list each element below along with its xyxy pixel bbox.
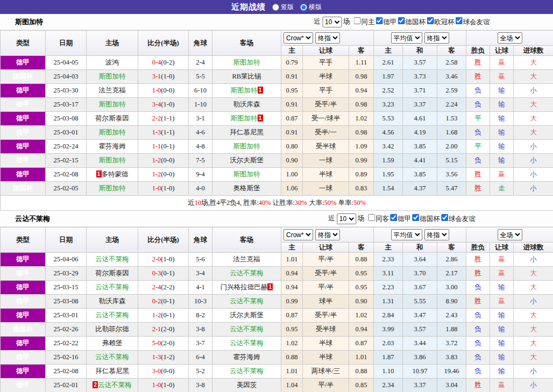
away-team-cell: 云达不莱梅 (212, 295, 281, 309)
team-label: 霍芬海姆 (99, 142, 126, 150)
avg-draw-odds: 3.64 (403, 253, 437, 267)
date-cell: 25-02-15 (46, 154, 87, 168)
league-filter-2[interactable]: 球会友谊 (440, 214, 476, 224)
bookmaker-select[interactable]: Crow* (283, 32, 313, 44)
average-select[interactable]: 平均值 (391, 229, 422, 240)
corners-cell: 10-3 (189, 295, 212, 309)
halftime-score: (1-0) (161, 73, 174, 80)
avg-home-odds: 2.33 (374, 253, 403, 267)
bookmaker-select[interactable]: Crow* (283, 229, 313, 240)
result-goals: 大 (514, 112, 553, 126)
same-venue-option[interactable]: 同客 (364, 214, 389, 224)
handicap-line: 一球 (303, 154, 349, 168)
red-card-badge: 1 (267, 283, 273, 290)
halftime-score: (1-1) (161, 129, 174, 136)
team-label: 云达不莱梅 (230, 297, 264, 305)
result-goals: 小 (514, 140, 553, 154)
avg-draw-odds: 4.61 (403, 112, 437, 126)
corners-cell: 1-10 (189, 98, 212, 112)
sub-column-header: 进球数 (514, 46, 553, 56)
league-filter-3[interactable]: 球会友谊 (455, 17, 490, 27)
competition-cell: 德甲 (1, 365, 46, 379)
result-outcome: 负 (466, 98, 490, 112)
avg-away-odds: 3.72 (437, 337, 466, 351)
league-checkbox[interactable] (390, 214, 397, 221)
home-team-cell: 拜仁慕尼黑 (87, 365, 138, 379)
avg-away-odds: 2.59 (437, 84, 466, 98)
league-filter-1[interactable]: 德国杯 (411, 214, 440, 224)
same-venue-checkbox[interactable] (368, 214, 375, 221)
handicap-away-odds: 0.89 (349, 168, 374, 182)
home-team-cell: 荷尔斯泰因 (87, 267, 138, 281)
odds-stage-select[interactable]: 终指 (315, 229, 340, 240)
handicap-away-odds: 0.88 (349, 253, 374, 267)
sub-column-header: 让球 (303, 46, 349, 56)
vertical-radio[interactable] (272, 4, 279, 11)
league-checkbox[interactable] (441, 214, 448, 221)
team-label: 勒沃库森 (99, 297, 126, 305)
horizontal-radio[interactable] (300, 4, 307, 11)
same-venue-checkbox[interactable] (354, 17, 361, 24)
home-team-cell: 斯图加特 (87, 98, 138, 112)
layout-option-horizontal[interactable]: 横版 (300, 3, 322, 12)
scope-select[interactable]: 全场 (498, 229, 522, 240)
team-label: 云达不莱梅 (98, 381, 132, 389)
league-filter-0[interactable]: 德甲 (389, 214, 411, 224)
average-select[interactable]: 平均值 (391, 32, 422, 44)
result-outcome: 负 (466, 365, 490, 379)
match-row: 德甲25-03-01云达不莱梅1-2(0-1)8-2沃尔夫斯堡0.87受平/半1… (1, 309, 553, 323)
avg-stage-select[interactable]: 终指 (424, 229, 449, 240)
match-count-select[interactable]: 10 (337, 213, 356, 224)
sub-column-header: 让球 (303, 243, 349, 253)
fulltime-score: 1-0 (152, 184, 161, 192)
result-goals: 小 (514, 84, 553, 98)
odds-stage-select[interactable]: 终指 (315, 32, 340, 44)
score-cell: 1-0(1-0) (138, 379, 189, 392)
scope-select-group: 全场 (466, 227, 553, 243)
scope-select[interactable]: 全场 (498, 32, 522, 44)
league-checkbox[interactable] (412, 214, 419, 221)
league-checkbox[interactable] (398, 17, 405, 24)
handicap-away-odds: 1.02 (349, 309, 374, 323)
team-label: 斯图加特 (99, 184, 126, 192)
team-label: 沃尔夫斯堡 (230, 156, 264, 164)
date-cell: 25-03-17 (46, 98, 87, 112)
corners-cell: 7-5 (189, 154, 212, 168)
league-filter-1[interactable]: 德国杯 (397, 17, 426, 27)
team-label: 斯图加特 (99, 73, 126, 80)
red-card-badge: 1 (258, 87, 263, 94)
avg-home-odds: 3.11 (374, 267, 403, 281)
team-label: 云达不莱梅 (230, 269, 264, 277)
score-cell: 1-2(0-1) (138, 309, 189, 323)
handicap-away-odds: 0.87 (349, 337, 374, 351)
handicap-home-odds: 1.06 (281, 182, 303, 196)
league-label: 德甲 (398, 215, 411, 223)
result-goals: 小 (514, 168, 553, 182)
halftime-score: (0-0) (161, 156, 174, 164)
league-checkbox[interactable] (427, 17, 434, 24)
handicap-home-odds: 1.01 (281, 253, 303, 267)
avg-stage-select[interactable]: 终指 (424, 32, 449, 44)
handicap-home-odds: 0.91 (281, 98, 303, 112)
team-label: 法兰克福 (233, 255, 260, 263)
halftime-score: (1-0) (161, 255, 174, 263)
match-row: 德甲25-02-081多特蒙德1-2(0-0)9-4斯图加特1.00半球0.89… (1, 168, 553, 182)
league-checkbox[interactable] (456, 17, 463, 24)
match-row: 德甲25-02-08拜仁慕尼黑3-0(0-0)5-2云达不莱梅1.01两球半/三… (1, 365, 553, 379)
layout-option-vertical[interactable]: 竖版 (272, 3, 294, 12)
near-label: 近 (328, 214, 335, 223)
match-filters: 近10场同主德甲德国杯欧冠杯球会友谊 (314, 14, 490, 30)
league-checkbox[interactable] (376, 17, 383, 24)
match-row: 德国杯25-02-05斯图加特1-0(1-0)4-0奥格斯堡1.06一球0.83… (1, 182, 553, 196)
home-team-cell: 弗赖堡 (87, 337, 138, 351)
same-venue-option[interactable]: 同主 (350, 17, 375, 27)
match-row: 德国杯25-04-03斯图加特3-1(1-0)5-5RB莱比锡0.91半球0.9… (1, 70, 553, 84)
result-outcome: 胜 (466, 70, 490, 84)
match-count-select[interactable]: 10 (322, 17, 342, 27)
league-filter-2[interactable]: 欧冠杯 (426, 17, 455, 27)
avg-draw-odds: 4.37 (403, 182, 437, 196)
fulltime-score: 1-2 (152, 156, 161, 164)
league-filter-0[interactable]: 德甲 (375, 17, 397, 27)
column-header: 角球 (189, 227, 212, 253)
result-handicap: 赢 (490, 267, 514, 281)
